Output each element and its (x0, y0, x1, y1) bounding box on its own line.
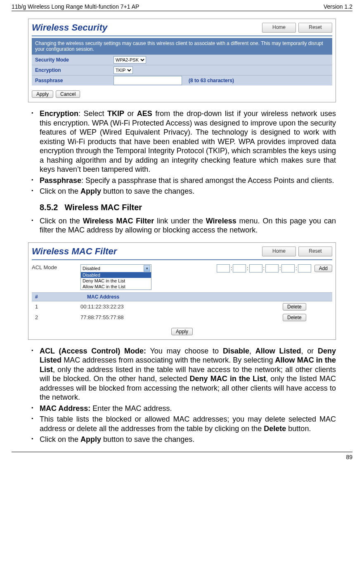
mac-octet-6[interactable] (298, 264, 311, 273)
mac-octet-5[interactable] (281, 264, 295, 273)
hdr-left: 11b/g Wireless Long Range Multi-function… (12, 3, 139, 10)
input-passphrase[interactable] (113, 76, 182, 85)
panel-title: Wireless Security (32, 22, 107, 33)
select-encryption[interactable]: TKIP (113, 66, 133, 74)
bullet-mac-intro: Click on the Wireless MAC Filter link un… (28, 216, 336, 235)
mac-octet-3[interactable] (249, 264, 262, 273)
delete-button[interactable]: Delete (283, 314, 306, 321)
bullet-apply-2: Click on the Apply button to save the ch… (28, 435, 336, 444)
section-heading: 8.5.2Wireless MAC Filter (40, 203, 336, 212)
screenshot-wireless-security: Wireless Security Home Reset Changing th… (28, 19, 336, 102)
mac-input-group: : : : : : Add (217, 264, 332, 273)
reset-button[interactable]: Reset (298, 247, 332, 256)
table-row: 1 00:11:22:33:22:23 Delete (32, 301, 332, 312)
col-mac: MAC Address (84, 293, 276, 301)
label-security-mode: Security Mode (32, 57, 113, 63)
label-passphrase: Passphrase (32, 78, 113, 83)
option-deny[interactable]: Deny MAC in the List (81, 278, 151, 284)
select-security-mode[interactable]: WPA2-PSK (113, 56, 146, 64)
option-allow[interactable]: Allow MAC in the List (81, 284, 151, 289)
mac-octet-2[interactable] (233, 264, 246, 273)
info-banner: Changing the wireless security settings … (32, 38, 332, 55)
col-number: # (32, 293, 84, 301)
mac-octet-1[interactable] (217, 264, 230, 273)
screenshot-mac-filter: Wireless MAC Filter Home Reset ACL Mode … (28, 242, 336, 340)
delete-button[interactable]: Delete (283, 303, 306, 311)
hdr-right: Version 1.2 (324, 3, 352, 10)
bullet-apply: Click on the Apply button to save the ch… (28, 187, 336, 196)
add-button[interactable]: Add (314, 265, 332, 272)
reset-button[interactable]: Reset (298, 23, 332, 33)
hint-passphrase: (8 to 63 characters) (189, 78, 234, 83)
apply-button[interactable]: Apply (32, 90, 53, 98)
panel-title-mac: Wireless MAC Filter (32, 246, 117, 257)
table-row: 2 77:88:77:55:77:88 Delete (32, 312, 332, 323)
option-disabled[interactable]: Disabled (81, 272, 151, 278)
select-acl-mode[interactable]: Disabled ▾ Disabled Deny MAC in the List… (80, 264, 151, 290)
label-encryption: Encryption (32, 67, 113, 73)
apply-button[interactable]: Apply (171, 328, 193, 335)
bullet-passphrase: Passphrase: Specify a passphrase that is… (28, 176, 336, 185)
page-number: 89 (346, 454, 352, 460)
home-button[interactable]: Home (262, 23, 296, 33)
cancel-button[interactable]: Cancel (56, 90, 80, 98)
bullet-table-desc: This table lists the blocked or allowed … (28, 415, 336, 433)
bullet-mac-address: MAC Address: Enter the MAC address. (28, 404, 336, 413)
bullet-encryption: Encryption: Select TKIP or AES from the … (28, 109, 336, 174)
label-acl-mode: ACL Mode (32, 264, 77, 270)
home-button[interactable]: Home (262, 247, 296, 256)
chevron-down-icon: ▾ (144, 265, 150, 272)
mac-octet-4[interactable] (265, 264, 279, 273)
bullet-acl: ACL (Access Control) Mode: You may choos… (28, 346, 336, 402)
